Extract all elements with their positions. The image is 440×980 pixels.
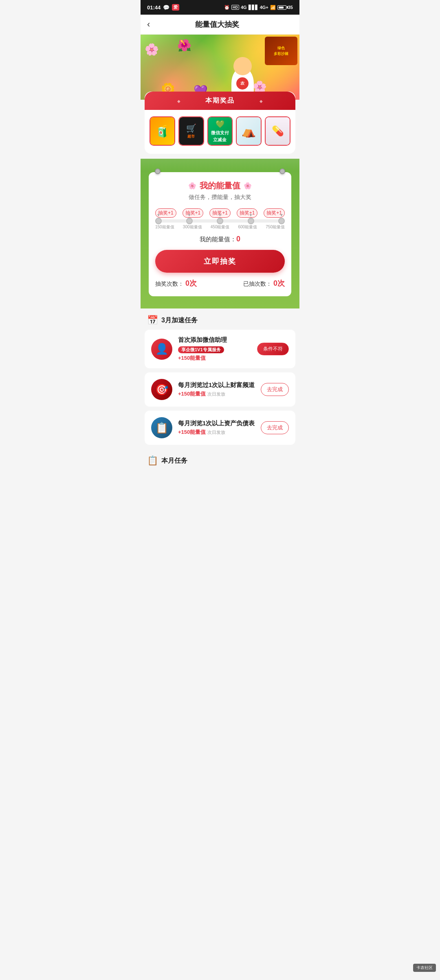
energy-section: 🌸 我的能量值 🌸 做任务，攒能量，抽大奖 抽奖+1 抽奖+1 抽奖+1 抽奖+… bbox=[141, 159, 299, 308]
prize-item-cosmetic[interactable]: 💊 bbox=[265, 116, 290, 146]
milestones: 抽奖+1 抽奖+1 抽奖+1 抽奖+1 抽奖+1 150能量值 300能量值 bbox=[155, 208, 285, 230]
task-title-3: 每月浏览1次以上资产负债表 bbox=[178, 420, 255, 427]
prize-cosmetic-image: 💊 bbox=[266, 117, 290, 145]
energy-values: 150能量值 300能量值 450能量值 600能量值 750能量值 bbox=[155, 224, 285, 230]
task-tag-1: 享企微1V1专属服务 bbox=[178, 346, 224, 353]
char-head bbox=[233, 57, 252, 75]
pin-right bbox=[279, 168, 285, 174]
prize-item-alipay[interactable]: 💚 微信支付 立减金 bbox=[207, 116, 233, 146]
status-icons: ⏰ HD 4G ▋▋▋ 4G+ 📶 35 bbox=[224, 5, 293, 10]
prize-alipay-image: 💚 微信支付 立减金 bbox=[208, 117, 232, 145]
energy-value-2: 300能量值 bbox=[183, 224, 202, 230]
prizes-header: 本期奖品 bbox=[145, 92, 295, 110]
signal-4g-plus-icon: 4G+ bbox=[260, 5, 268, 10]
task-button-2[interactable]: 去完成 bbox=[261, 383, 289, 396]
flower-right: 🌸 bbox=[244, 182, 252, 190]
task-card-2: 🎯 每月浏览过1次以上财富频道 +150能量值 次日发放 去完成 bbox=[145, 372, 295, 407]
char-logo: 农 bbox=[236, 77, 249, 90]
pin-left bbox=[155, 168, 161, 174]
task-target-icon: 🎯 bbox=[155, 383, 168, 396]
energy-value-1: 150能量值 bbox=[155, 224, 174, 230]
month-tasks-title: 本月任务 bbox=[161, 457, 187, 465]
march-tasks-header: 📅 3月加速任务 bbox=[141, 308, 299, 330]
drawn-count-label: 已抽次数： 0次 bbox=[243, 278, 285, 288]
status-bar: 01:44 💬 爱 ⏰ HD 4G ▋▋▋ 4G+ 📶 35 bbox=[141, 0, 299, 15]
signal-bars: ▋▋▋ bbox=[249, 5, 258, 10]
drawn-count-value: 0次 bbox=[273, 279, 285, 287]
gift-box: 绿色 多彩沙棘 bbox=[265, 37, 297, 65]
hero-banner: 🌸 🌼 🌺 💜 🌸 🌼 农 绿色 多彩沙棘 bbox=[141, 35, 299, 100]
draw-count-label: 抽奖次数： 0次 bbox=[155, 278, 197, 288]
progress-track bbox=[155, 219, 285, 223]
app-icon: 爱 bbox=[172, 4, 179, 11]
header: ‹ 能量值大抽奖 bbox=[141, 15, 299, 35]
task-button-1[interactable]: 条件不符 bbox=[257, 343, 289, 355]
draw-count-text: 抽奖次数： bbox=[155, 280, 184, 287]
battery-level: 35 bbox=[288, 5, 293, 10]
page-title: 能量值大抽奖 bbox=[155, 20, 279, 29]
energy-value-3: 450能量值 bbox=[211, 224, 230, 230]
task-button-3[interactable]: 去完成 bbox=[261, 421, 289, 434]
status-time: 01:44 💬 爱 bbox=[147, 4, 179, 11]
prizes-section: 本期奖品 🧃 🛒 超市 💚 微信支付 立减金 ⛺ bbox=[145, 92, 295, 154]
back-button[interactable]: ‹ bbox=[147, 20, 150, 29]
progress-dot-1 bbox=[155, 218, 162, 224]
prize-item-tmall[interactable]: 🛒 超市 bbox=[178, 116, 204, 146]
draw-lottery-button[interactable]: 立即抽奖 bbox=[155, 250, 285, 273]
time-display: 01:44 bbox=[147, 4, 161, 11]
flower-left: 🌸 bbox=[188, 182, 196, 190]
progress-dot-4 bbox=[248, 218, 254, 224]
progress-dot-5 bbox=[278, 218, 285, 224]
task-document-icon: 📋 bbox=[155, 422, 168, 434]
energy-value-5: 750能量值 bbox=[266, 224, 285, 230]
signal-4g-icon: 4G bbox=[241, 5, 247, 10]
energy-card: 🌸 我的能量值 🌸 做任务，攒能量，抽大奖 抽奖+1 抽奖+1 抽奖+1 抽奖+… bbox=[149, 172, 291, 296]
draw-count-value: 0次 bbox=[185, 279, 197, 287]
task-icon-1: 👤 bbox=[151, 339, 172, 360]
task-reward-value-3: +150能量值 bbox=[178, 429, 206, 435]
draw-stats: 抽奖次数： 0次 已抽次数： 0次 bbox=[155, 278, 285, 288]
task-icon-2: 🎯 bbox=[151, 379, 172, 400]
milestone-label-2: 抽奖+1 bbox=[183, 208, 204, 218]
prize-item-juice[interactable]: 🧃 bbox=[150, 116, 175, 146]
energy-value-4: 600能量值 bbox=[238, 224, 257, 230]
task-reward-3: +150能量值 次日发放 bbox=[178, 429, 255, 436]
task-info-3: 每月浏览1次以上资产负债表 +150能量值 次日发放 bbox=[178, 420, 255, 436]
prize-item-tent[interactable]: ⛺ bbox=[236, 116, 262, 146]
prize-tent-image: ⛺ bbox=[237, 117, 261, 145]
flower-deco-3: 🌺 bbox=[177, 39, 191, 52]
task-reward-value-2: +150能量值 bbox=[178, 391, 206, 397]
my-energy-value: 0 bbox=[236, 235, 240, 243]
task-reward-1: +150能量值 bbox=[178, 354, 251, 362]
milestone-label-4: 抽奖+1 bbox=[237, 208, 258, 218]
energy-title: 我的能量值 bbox=[200, 180, 240, 191]
task-title-2: 每月浏览过1次以上财富频道 bbox=[178, 381, 255, 389]
alarm-icon: ⏰ bbox=[224, 5, 230, 10]
prizes-list: 🧃 🛒 超市 💚 微信支付 立减金 ⛺ 💊 bbox=[145, 110, 295, 146]
prize-tmall-image: 🛒 超市 bbox=[179, 117, 203, 145]
task-name-1: 首次添加微信助理 享企微1V1专属服务 bbox=[178, 336, 251, 353]
hd-icon: HD bbox=[231, 5, 239, 10]
task-info-1: 首次添加微信助理 享企微1V1专属服务 +150能量值 bbox=[178, 336, 251, 362]
drawn-count-text: 已抽次数： bbox=[243, 280, 272, 287]
wifi-icon: 📶 bbox=[270, 5, 276, 10]
task-card-1: 👤 首次添加微信助理 享企微1V1专属服务 +150能量值 条件不符 bbox=[145, 330, 295, 368]
month-calendar-icon: 📋 bbox=[147, 455, 158, 466]
my-energy-display: 我的能量值：0 bbox=[155, 235, 285, 243]
prizes-title: 本期奖品 bbox=[205, 97, 235, 104]
task-person-icon: 👤 bbox=[155, 343, 168, 355]
task-reward-2: +150能量值 次日发放 bbox=[178, 390, 255, 398]
progress-dot-2 bbox=[186, 218, 193, 224]
my-energy-label: 我的能量值： bbox=[200, 236, 236, 243]
flower-deco-1: 🌸 bbox=[145, 43, 159, 56]
energy-title-row: 🌸 我的能量值 🌸 bbox=[155, 180, 285, 191]
calendar-icon: 📅 bbox=[147, 315, 158, 326]
prize-juice-image: 🧃 bbox=[150, 117, 174, 145]
month-tasks-header: 📋 本月任务 bbox=[141, 449, 299, 470]
progress-dots bbox=[155, 218, 285, 224]
energy-subtitle: 做任务，攒能量，抽大奖 bbox=[155, 194, 285, 201]
task-reward-value-1: +150能量值 bbox=[178, 355, 206, 361]
task-reward-note-3: 次日发放 bbox=[207, 430, 225, 435]
message-icon: 💬 bbox=[163, 4, 169, 11]
task-reward-note-2: 次日发放 bbox=[207, 392, 225, 396]
